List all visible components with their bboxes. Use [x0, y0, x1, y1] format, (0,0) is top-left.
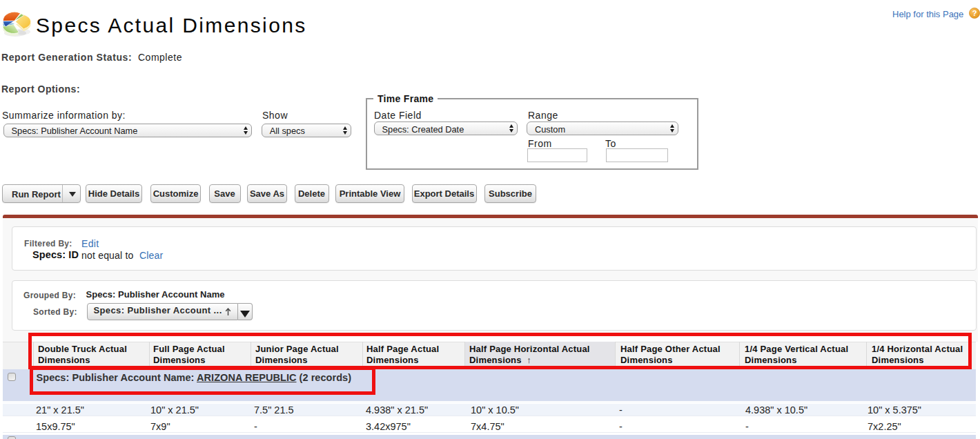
svg-text:?: ? — [972, 9, 977, 17]
